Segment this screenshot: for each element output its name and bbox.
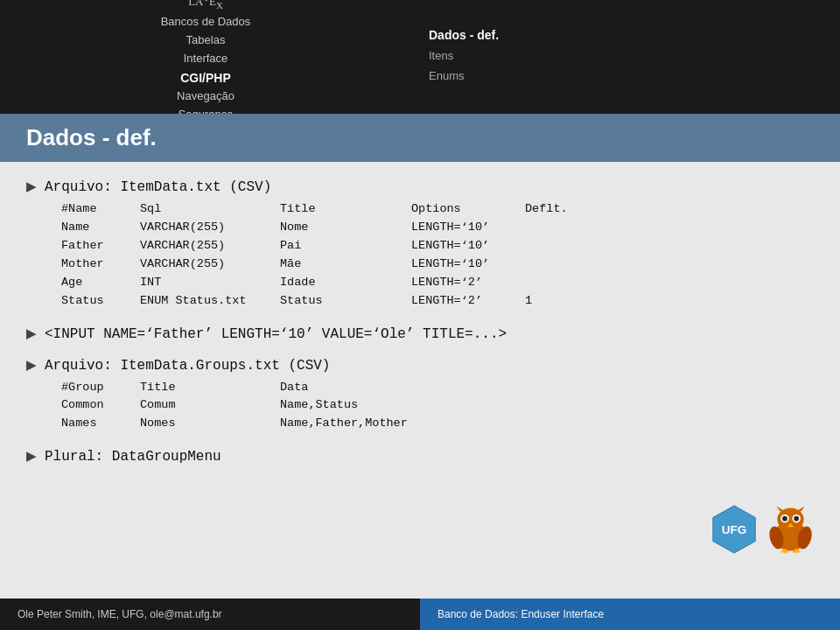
bullet-header-4: ▶ Plural: DataGroupMenu xyxy=(26,449,814,465)
footer-right: Banco de Dados: Enduser Interface xyxy=(420,598,840,630)
nav-item-tabelas[interactable]: Tabelas xyxy=(161,32,251,50)
bullet-arrow-3: ▶ xyxy=(26,358,36,372)
cell-status-title: Status xyxy=(280,292,411,311)
cell-father-sql: VARCHAR(255) xyxy=(140,237,280,256)
header: LATEX Bancos de Dados Tabelas Interface … xyxy=(0,0,840,114)
section-groups: ▶ Arquivo: ItemData.Groups.txt (CSV) #Gr… xyxy=(26,358,814,434)
cell-mother-sql: VARCHAR(255) xyxy=(140,256,280,274)
table-row-mother: Mother VARCHAR(255) Mãe LENGTH=‘10’ xyxy=(61,256,814,274)
cell-age-field: Age xyxy=(61,274,140,292)
section-title-4: Plural: DataGroupMenu xyxy=(45,449,221,465)
col-header-options: Options xyxy=(411,200,525,219)
cell-age-title: Idade xyxy=(280,274,411,292)
bullet-arrow-4: ▶ xyxy=(26,449,36,463)
owl-logo xyxy=(768,504,814,555)
code-table-1: #Name Sql Title Options Deflt. Name VARC… xyxy=(61,200,814,311)
table-row-name: Name VARCHAR(255) Nome LENGTH=‘10’ xyxy=(61,219,814,237)
other-link-enums[interactable]: Enums xyxy=(429,66,822,86)
cell-mother-deflt xyxy=(525,256,560,274)
groups-header-row: #Group Title Data xyxy=(61,379,814,397)
main-content: ▶ Arquivo: ItemData.txt (CSV) #Name Sql … xyxy=(0,162,840,598)
col-header-deflt: Deflt. xyxy=(525,200,568,219)
nav-item-bancos[interactable]: Bancos de Dados xyxy=(161,13,251,32)
cell-status-field: Status xyxy=(61,292,140,311)
title-bar: Dados - def. xyxy=(0,114,840,162)
cell-name-title: Nome xyxy=(280,219,411,237)
cell-father-options: LENGTH=‘10’ xyxy=(411,237,525,256)
svg-point-9 xyxy=(794,516,799,522)
cell-father-field: Father xyxy=(61,237,140,256)
svg-marker-4 xyxy=(776,507,784,512)
code-table-groups: #Group Title Data Common Comum Name,Stat… xyxy=(61,379,814,434)
svg-marker-5 xyxy=(796,507,804,512)
cell-names-group: Names xyxy=(61,415,140,433)
cell-father-deflt xyxy=(525,237,560,256)
cell-name-options: LENGTH=‘10’ xyxy=(411,219,525,237)
cell-age-options: LENGTH=‘2’ xyxy=(411,274,525,292)
cell-common-title: Comum xyxy=(140,396,280,415)
cell-common-group: Common xyxy=(61,396,140,415)
page-title: Dados - def. xyxy=(26,124,157,151)
nav-item-cgiphp[interactable]: CGI/PHP xyxy=(161,68,251,88)
col-data-header: Data xyxy=(280,379,411,397)
nav-item-interface[interactable]: Interface xyxy=(161,50,251,68)
col-group-header: #Group xyxy=(61,379,140,397)
bullet-header-3: ▶ Arquivo: ItemData.Groups.txt (CSV) xyxy=(26,358,814,374)
footer-left: Ole Peter Smith, IME, UFG, ole@mat.ufg.b… xyxy=(0,598,420,630)
cell-status-options: LENGTH=‘2’ xyxy=(411,292,525,311)
bullet-arrow-1: ▶ xyxy=(26,179,36,193)
cell-father-title: Pai xyxy=(280,237,411,256)
section-title-2: <INPUT NAME=‘Father’ LENGTH=‘10’ VALUE=‘… xyxy=(45,326,507,342)
svg-point-8 xyxy=(782,516,788,522)
nav-item-navegacao[interactable]: Navegação xyxy=(161,88,251,106)
table-row-status: Status ENUM Status.txt Status LENGTH=‘2’… xyxy=(61,292,814,311)
bullet-header-2: ▶ <INPUT NAME=‘Father’ LENGTH=‘10’ VALUE… xyxy=(26,326,814,342)
groups-row-common: Common Comum Name,Status xyxy=(61,396,814,415)
table-row-age: Age INT Idade LENGTH=‘2’ xyxy=(61,274,814,292)
cell-mother-options: LENGTH=‘10’ xyxy=(411,256,525,274)
section-plural: ▶ Plural: DataGroupMenu xyxy=(26,449,814,465)
bullet-header-1: ▶ Arquivo: ItemData.txt (CSV) xyxy=(26,179,814,195)
cell-age-sql: INT xyxy=(140,274,280,292)
cell-names-data: Name,Father,Mother xyxy=(280,415,411,433)
header-links: Dados - def. Itens Enums xyxy=(411,0,840,114)
col-header-sql: Sql xyxy=(140,200,280,219)
section-title-3: Arquivo: ItemData.Groups.txt (CSV) xyxy=(45,358,330,374)
nav-block: LATEX Bancos de Dados Tabelas Interface … xyxy=(161,0,251,124)
table-header-row: #Name Sql Title Options Deflt. xyxy=(61,200,814,219)
cell-names-title: Nomes xyxy=(140,415,280,433)
svg-text:UFG: UFG xyxy=(722,523,747,536)
section-itemdata: ▶ Arquivo: ItemData.txt (CSV) #Name Sql … xyxy=(26,179,814,311)
cell-name-sql: VARCHAR(255) xyxy=(140,219,280,237)
bullet-arrow-2: ▶ xyxy=(26,326,36,340)
cell-status-sql: ENUM Status.txt xyxy=(140,292,280,311)
section-title-1: Arquivo: ItemData.txt (CSV) xyxy=(45,179,271,195)
cell-common-data: Name,Status xyxy=(280,396,411,415)
cell-name-deflt xyxy=(525,219,560,237)
logos-area: UFG xyxy=(709,504,814,555)
cell-mother-title: Mãe xyxy=(280,256,411,274)
cell-status-deflt: 1 xyxy=(525,292,560,311)
table-row-father: Father VARCHAR(255) Pai LENGTH=‘10’ xyxy=(61,237,814,256)
cell-mother-field: Mother xyxy=(61,256,140,274)
header-nav: LATEX Bancos de Dados Tabelas Interface … xyxy=(0,0,411,114)
nav-latex: LATEX xyxy=(188,0,223,8)
col-title-header: Title xyxy=(140,379,280,397)
col-header-title: Title xyxy=(280,200,411,219)
groups-row-names: Names Nomes Name,Father,Mother xyxy=(61,415,814,433)
footer: Ole Peter Smith, IME, UFG, ole@mat.ufg.b… xyxy=(0,598,840,630)
cell-age-deflt xyxy=(525,274,560,292)
section-input-tag: ▶ <INPUT NAME=‘Father’ LENGTH=‘10’ VALUE… xyxy=(26,326,814,342)
other-link-itens[interactable]: Itens xyxy=(429,46,822,66)
col-header-name: #Name xyxy=(61,200,140,219)
cell-name-field: Name xyxy=(61,219,140,237)
ufg-logo: UFG xyxy=(709,504,760,555)
current-link[interactable]: Dados - def. xyxy=(429,28,822,42)
